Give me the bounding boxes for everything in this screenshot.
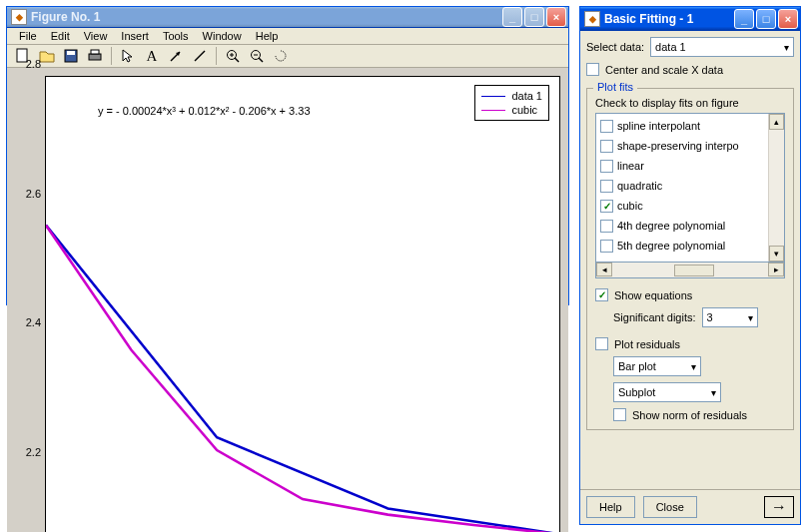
arrow-tool-icon[interactable] — [164, 45, 188, 67]
plot-area: 2 2.2 2.4 2.6 2.8 y = - 0.00024*x³ + 0.0… — [7, 68, 568, 532]
scroll-track[interactable] — [612, 263, 768, 277]
zoom-out-icon[interactable] — [245, 45, 269, 67]
save-icon[interactable] — [59, 45, 83, 67]
svg-line-8 — [235, 58, 239, 62]
sig-digits-value: 3 — [707, 311, 713, 323]
show-equations-checkbox[interactable]: ✓ — [595, 288, 608, 301]
fit-item-linear[interactable]: linear — [600, 156, 764, 176]
plot-fits-title: Plot fits — [593, 81, 637, 93]
maximize-button[interactable]: □ — [756, 9, 776, 29]
figure-toolbar: A — [7, 44, 568, 68]
close-button[interactable]: × — [778, 9, 798, 29]
menu-file[interactable]: File — [13, 28, 43, 44]
figure-titlebar[interactable]: ◆ Figure No. 1 _ □ × — [7, 7, 568, 28]
legend-item-data1: data 1 — [481, 89, 542, 103]
show-equations-label: Show equations — [614, 289, 692, 301]
fit-item-shape[interactable]: shape-preserving interpo — [600, 136, 764, 156]
plot-fits-group: Plot fits Check to display fits on figur… — [586, 88, 794, 430]
fit-checkbox[interactable] — [600, 120, 613, 133]
fit-list-hscroll[interactable]: ◂ ▸ — [595, 263, 785, 278]
legend-label-cubic: cubic — [511, 104, 537, 116]
matlab-icon: ◆ — [11, 9, 27, 25]
fitting-button-row: Help Close → — [580, 489, 800, 524]
menu-view[interactable]: View — [78, 28, 114, 44]
svg-rect-2 — [67, 51, 75, 55]
menu-help[interactable]: Help — [250, 28, 285, 44]
svg-line-6 — [195, 51, 205, 61]
menu-edit[interactable]: Edit — [45, 28, 76, 44]
legend-item-cubic: cubic — [481, 103, 542, 117]
scroll-down-icon[interactable]: ▾ — [769, 246, 784, 262]
help-button[interactable]: Help — [586, 496, 635, 518]
fit-checkbox[interactable] — [600, 140, 613, 153]
rotate-icon[interactable] — [269, 45, 293, 67]
text-tool-icon[interactable]: A — [140, 45, 164, 67]
close-button[interactable]: Close — [643, 496, 697, 518]
scroll-right-icon[interactable]: ▸ — [768, 263, 784, 276]
toolbar-separator — [111, 47, 112, 65]
scroll-track[interactable] — [769, 130, 784, 246]
select-data-value: data 1 — [655, 41, 686, 53]
select-data-label: Select data: — [586, 41, 644, 53]
scroll-left-icon[interactable]: ◂ — [596, 263, 612, 276]
menu-window[interactable]: Window — [197, 28, 248, 44]
fit-checkbox[interactable] — [600, 180, 613, 193]
legend-swatch-cubic — [481, 110, 505, 111]
fit-item-spline[interactable]: spline interpolant — [600, 116, 764, 136]
legend-swatch-data1 — [481, 96, 505, 97]
select-data-dropdown[interactable]: data 1 ▾ — [650, 37, 794, 57]
plot-fits-hint: Check to display fits on figure — [595, 97, 785, 109]
fit-item-4th[interactable]: 4th degree polynomial — [600, 216, 764, 236]
minimize-button[interactable]: _ — [734, 9, 754, 29]
figure-title: Figure No. 1 — [31, 10, 502, 24]
fit-checkbox[interactable] — [600, 240, 613, 253]
menu-insert[interactable]: Insert — [115, 28, 155, 44]
pointer-icon[interactable] — [116, 45, 140, 67]
fitting-titlebar[interactable]: ◆ Basic Fitting - 1 _ □ × — [580, 7, 800, 31]
svg-line-12 — [259, 58, 263, 62]
fit-checkbox[interactable]: ✓ — [600, 200, 613, 213]
plot-legend[interactable]: data 1 cubic — [474, 85, 549, 121]
line-tool-icon[interactable] — [188, 45, 212, 67]
plot-canvas[interactable]: y = - 0.00024*x³ + 0.012*x² - 0.206*x + … — [45, 76, 560, 532]
show-norm-label: Show norm of residuals — [632, 409, 747, 421]
y-axis-ticks: 2 2.2 2.4 2.6 2.8 — [15, 76, 45, 532]
show-norm-checkbox[interactable] — [613, 408, 626, 421]
chevron-down-icon: ▾ — [784, 42, 789, 53]
plot-residuals-checkbox[interactable] — [595, 337, 608, 350]
matlab-icon: ◆ — [584, 11, 600, 27]
scroll-up-icon[interactable]: ▴ — [769, 114, 784, 130]
minimize-button[interactable]: _ — [502, 7, 522, 27]
fit-item-5th[interactable]: 5th degree polynomial — [600, 236, 764, 256]
residual-type-value: Bar plot — [618, 360, 656, 372]
menu-tools[interactable]: Tools — [157, 28, 195, 44]
plot-lines — [46, 77, 559, 532]
legend-label-data1: data 1 — [511, 90, 542, 102]
center-scale-label: Center and scale X data — [605, 64, 723, 76]
figure-window: ◆ Figure No. 1 _ □ × File Edit View Inse… — [6, 6, 569, 305]
print-icon[interactable] — [83, 45, 107, 67]
fitting-window: ◆ Basic Fitting - 1 _ □ × Select data: d… — [579, 6, 801, 525]
sig-digits-dropdown[interactable]: 3 ▾ — [702, 307, 758, 327]
chevron-down-icon: ▾ — [748, 312, 753, 323]
figure-menubar: File Edit View Insert Tools Window Help — [7, 28, 568, 44]
fit-item-quadratic[interactable]: quadratic — [600, 176, 764, 196]
fit-list-vscroll[interactable]: ▴ ▾ — [768, 114, 784, 262]
residual-loc-dropdown[interactable]: Subplot ▾ — [613, 382, 721, 402]
plot-residuals-label: Plot residuals — [614, 338, 680, 350]
fit-checkbox[interactable] — [600, 160, 613, 173]
next-arrow-button[interactable]: → — [764, 496, 794, 518]
svg-rect-3 — [89, 54, 101, 60]
chevron-down-icon: ▾ — [691, 361, 696, 372]
zoom-in-icon[interactable] — [221, 45, 245, 67]
fit-item-cubic[interactable]: ✓cubic — [600, 196, 764, 216]
residual-type-dropdown[interactable]: Bar plot ▾ — [613, 356, 701, 376]
fit-checkbox[interactable] — [600, 220, 613, 233]
toolbar-separator — [216, 47, 217, 65]
scroll-thumb[interactable] — [674, 265, 714, 276]
maximize-button[interactable]: □ — [524, 7, 544, 27]
equation-text: y = - 0.00024*x³ + 0.012*x² - 0.206*x + … — [98, 105, 311, 117]
close-button[interactable]: × — [546, 7, 566, 27]
sig-digits-label: Significant digits: — [613, 311, 696, 323]
center-scale-checkbox[interactable] — [586, 63, 599, 76]
